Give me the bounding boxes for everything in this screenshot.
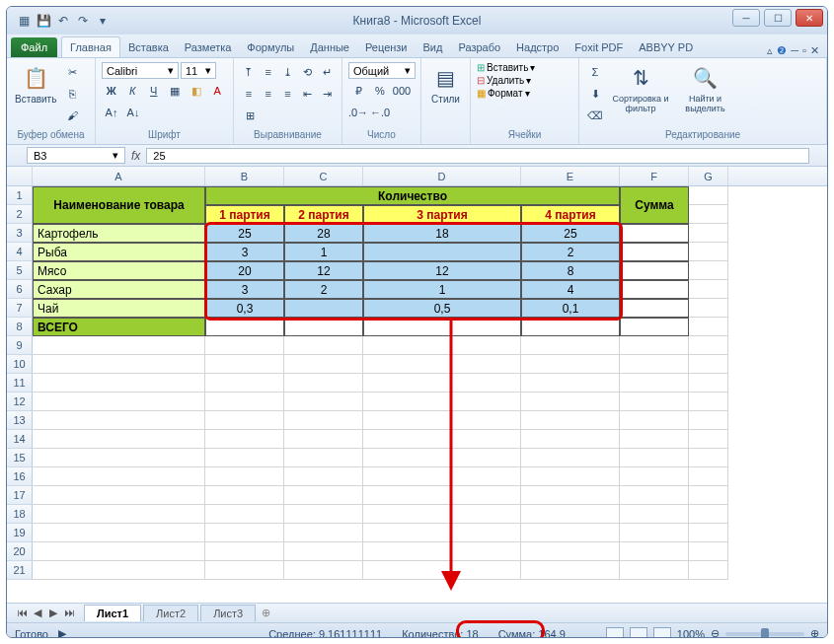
cell-r13c0[interactable] xyxy=(33,411,205,430)
row-3[interactable]: 3 xyxy=(7,224,33,243)
sheet-tab-1[interactable]: Лист1 xyxy=(84,605,141,621)
row-19[interactable]: 19 xyxy=(7,524,33,542)
tab-layout[interactable]: Разметка xyxy=(177,37,240,57)
cell-r13c4[interactable] xyxy=(521,411,620,430)
cell-G3[interactable] xyxy=(689,224,728,243)
cell-r19c1[interactable] xyxy=(205,524,284,542)
cell-sum-4[interactable] xyxy=(620,299,689,318)
cell-name-2[interactable]: Мясо xyxy=(33,261,205,280)
cell-G4[interactable] xyxy=(689,243,728,261)
macro-record-icon[interactable]: ▶ xyxy=(58,627,66,638)
align-top-icon[interactable]: ⤒ xyxy=(240,62,258,82)
cell-r13c2[interactable] xyxy=(284,411,363,430)
cell-r10c3[interactable] xyxy=(363,355,521,374)
cell-data-4-1[interactable] xyxy=(284,299,363,318)
styles-button[interactable]: ▤ Стили xyxy=(427,62,464,107)
row-10[interactable]: 10 xyxy=(7,355,33,374)
row-11[interactable]: 11 xyxy=(7,374,33,393)
cell-r12c3[interactable] xyxy=(363,393,521,411)
sheet-tab-2[interactable]: Лист2 xyxy=(143,605,198,621)
font-name-combo[interactable]: Calibri▾ xyxy=(102,62,179,79)
cell-r12c1[interactable] xyxy=(205,393,284,411)
cell-r10c5[interactable] xyxy=(620,355,689,374)
decrease-font-icon[interactable]: A↓ xyxy=(123,103,143,122)
cell-r11c3[interactable] xyxy=(363,374,521,393)
cell-r14c2[interactable] xyxy=(284,430,363,449)
cell-r16c6[interactable] xyxy=(689,467,728,486)
cell-r19c6[interactable] xyxy=(689,524,728,542)
font-color-button[interactable]: A xyxy=(208,81,228,101)
cell-sum-3[interactable] xyxy=(620,280,689,299)
cell-r10c6[interactable] xyxy=(689,355,728,374)
cell-r13c3[interactable] xyxy=(363,411,521,430)
cell-r21c3[interactable] xyxy=(363,561,521,580)
cell-batch-2[interactable]: 2 партия xyxy=(284,205,363,224)
cell-r12c6[interactable] xyxy=(689,393,728,411)
cell-r15c6[interactable] xyxy=(689,449,728,467)
cell-r16c3[interactable] xyxy=(363,467,521,486)
minimize-ribbon-icon[interactable]: ▵ xyxy=(767,44,773,57)
increase-font-icon[interactable]: A↑ xyxy=(102,103,121,122)
cell-r9c2[interactable] xyxy=(284,336,363,355)
cell-r18c0[interactable] xyxy=(33,505,205,524)
border-button[interactable]: ▦ xyxy=(166,81,186,101)
col-E[interactable]: E xyxy=(521,167,620,185)
col-A[interactable]: A xyxy=(33,167,205,185)
cell-data-3-0[interactable]: 3 xyxy=(205,280,284,299)
insert-cells-button[interactable]: ⊞Вставить▾ xyxy=(477,62,572,73)
clear-icon[interactable]: ⌫ xyxy=(585,106,605,125)
spreadsheet-grid[interactable]: A B C D E F G 1Наименование товараКоличе… xyxy=(7,167,827,603)
cell-r20c0[interactable] xyxy=(33,542,205,561)
tab-developer[interactable]: Разрабо xyxy=(450,37,508,57)
cut-icon[interactable]: ✂ xyxy=(62,62,82,82)
font-size-combo[interactable]: 11▾ xyxy=(181,62,216,79)
zoom-slider[interactable] xyxy=(725,632,804,636)
cell-total-label[interactable]: ВСЕГО xyxy=(33,318,205,336)
row-1[interactable]: 1 xyxy=(7,186,33,205)
cell-r14c5[interactable] xyxy=(620,430,689,449)
help-icon[interactable]: ❷ xyxy=(777,44,787,57)
autosum-icon[interactable]: Σ xyxy=(585,62,605,82)
tab-view[interactable]: Вид xyxy=(416,37,451,57)
delete-cells-button[interactable]: ⊟Удалить▾ xyxy=(477,75,572,86)
cell-r18c6[interactable] xyxy=(689,505,728,524)
cell-r16c5[interactable] xyxy=(620,467,689,486)
cell-r14c4[interactable] xyxy=(521,430,620,449)
undo-icon[interactable]: ↶ xyxy=(54,12,72,30)
fill-color-button[interactable]: ◧ xyxy=(187,81,206,101)
format-painter-icon[interactable]: 🖌 xyxy=(62,106,82,125)
cell-r16c2[interactable] xyxy=(284,467,363,486)
cell-r21c5[interactable] xyxy=(620,561,689,580)
row-17[interactable]: 17 xyxy=(7,486,33,505)
view-pagebreak-icon[interactable] xyxy=(653,627,671,639)
fx-icon[interactable]: fx xyxy=(131,149,140,163)
align-left-icon[interactable]: ≡ xyxy=(240,84,258,104)
doc-minimize-icon[interactable]: ─ xyxy=(791,44,798,57)
cell-r17c6[interactable] xyxy=(689,486,728,505)
tab-abbyy[interactable]: ABBYY PD xyxy=(631,37,701,57)
row-5[interactable]: 5 xyxy=(7,261,33,280)
cell-r13c5[interactable] xyxy=(620,411,689,430)
align-center-icon[interactable]: ≡ xyxy=(260,84,277,104)
cell-r20c3[interactable] xyxy=(363,542,521,561)
cell-r11c4[interactable] xyxy=(521,374,620,393)
cell-r11c0[interactable] xyxy=(33,374,205,393)
cell-r9c6[interactable] xyxy=(689,336,728,355)
tab-formulas[interactable]: Формулы xyxy=(239,37,302,57)
tab-data[interactable]: Данные xyxy=(302,37,357,57)
cell-r16c1[interactable] xyxy=(205,467,284,486)
cell-data-4-0[interactable]: 0,3 xyxy=(205,299,284,318)
cell-r20c4[interactable] xyxy=(521,542,620,561)
align-bottom-icon[interactable]: ⤓ xyxy=(279,62,297,82)
row-13[interactable]: 13 xyxy=(7,411,33,430)
tab-insert[interactable]: Вставка xyxy=(120,37,177,57)
cell-r21c1[interactable] xyxy=(205,561,284,580)
row-18[interactable]: 18 xyxy=(7,505,33,524)
row-21[interactable]: 21 xyxy=(7,561,33,580)
row-7[interactable]: 7 xyxy=(7,299,33,318)
sheet-tab-3[interactable]: Лист3 xyxy=(200,605,256,621)
align-middle-icon[interactable]: ≡ xyxy=(260,62,277,82)
select-all-corner[interactable] xyxy=(7,167,33,185)
cell-sum-1[interactable] xyxy=(620,243,689,261)
cell-qty-header[interactable]: Количество xyxy=(205,186,620,205)
